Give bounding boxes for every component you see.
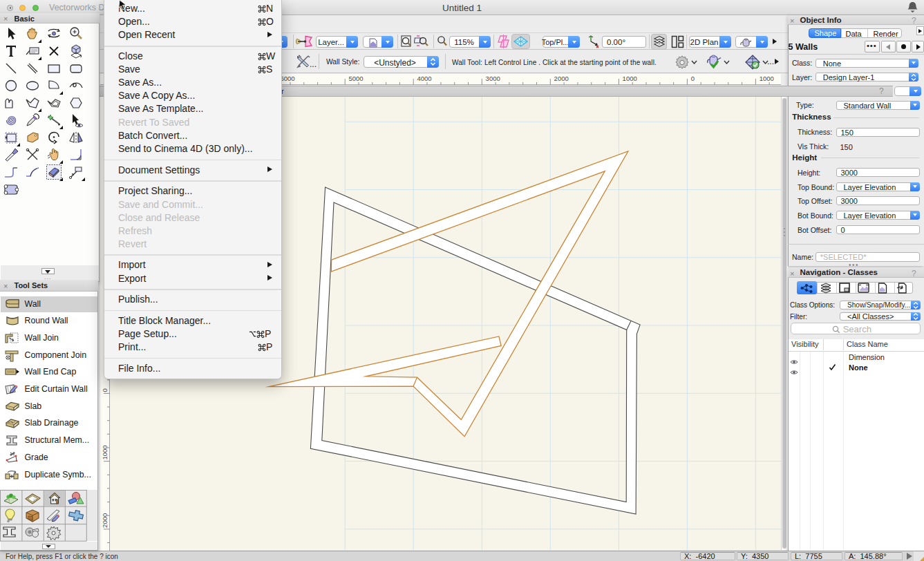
svg-text:1000: 1000 bbox=[760, 75, 774, 82]
svg-text:0: 0 bbox=[101, 388, 109, 392]
svg-text:5000: 5000 bbox=[349, 75, 364, 82]
svg-text:4000: 4000 bbox=[417, 75, 432, 82]
svg-text:1000: 1000 bbox=[623, 75, 637, 82]
svg-text:0: 0 bbox=[691, 75, 695, 82]
svg-text:2000: 2000 bbox=[554, 75, 569, 82]
svg-text:1000: 1000 bbox=[101, 445, 109, 459]
svg-text:3000: 3000 bbox=[486, 75, 500, 82]
svg-text:2000: 2000 bbox=[101, 513, 109, 528]
svg-text:6000: 6000 bbox=[281, 75, 295, 82]
